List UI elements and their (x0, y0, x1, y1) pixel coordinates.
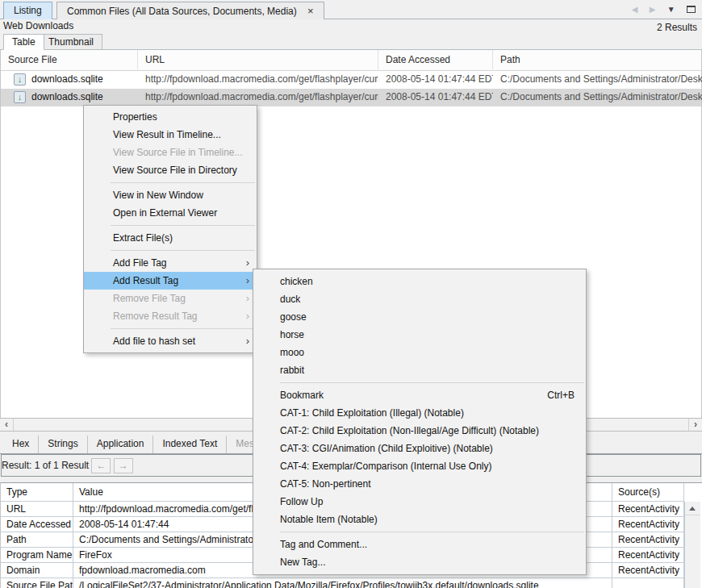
cell-url: http://fpdownload.macromedia.com/get/fla… (138, 71, 378, 89)
submenu-item-cat4[interactable]: CAT-4: Exemplar/Comparison (Internal Use… (253, 457, 586, 475)
submenu-item-chicken[interactable]: chicken (253, 273, 586, 290)
column-header-sources[interactable]: Source(s) (612, 483, 684, 502)
next-result-button[interactable]: → (114, 458, 133, 473)
result-total: 1 (53, 460, 59, 471)
arrow-right-icon: → (119, 460, 128, 471)
menu-separator (111, 328, 255, 329)
submenu-item-tag-and-comment[interactable]: Tag and Comment... (253, 536, 586, 553)
tab-strings[interactable]: Strings (39, 436, 87, 453)
cell-source: RecentActivity (612, 563, 684, 578)
menu-separator (280, 532, 584, 532)
scroll-right-icon[interactable]: › (688, 419, 702, 431)
submenu-item-mooo[interactable]: mooo (253, 344, 586, 361)
tab-table[interactable]: Table (3, 34, 44, 50)
tab-common-files-label: Common Files (All Data Sources, Document… (67, 6, 297, 17)
cell-source: RecentActivity (612, 502, 684, 517)
cell-source-file: downloads.sqlite (1, 89, 138, 106)
tab-listing-label: Listing (14, 5, 42, 16)
submenu-arrow-icon: › (246, 290, 249, 307)
menu-separator (280, 382, 584, 383)
breadcrumb: Web Downloads (3, 20, 73, 31)
submenu-arrow-icon: › (246, 332, 249, 350)
menu-item-view-source-file-in-directory[interactable]: View Source File in Directory (84, 161, 257, 179)
cell-type: Path (1, 532, 73, 548)
menu-item-add-file-tag[interactable]: Add File Tag› (84, 254, 257, 272)
restore-window-icon[interactable] (687, 6, 696, 13)
shortcut-label: Ctrl+B (547, 386, 575, 404)
tag-submenu: chicken duck goose horse mooo rabbit Boo… (253, 269, 587, 575)
submenu-arrow-icon: › (246, 307, 249, 325)
menu-item-open-in-external-viewer[interactable]: Open in External Viewer (84, 204, 257, 222)
submenu-item-duck[interactable]: duck (253, 290, 586, 308)
close-icon[interactable]: × (307, 5, 314, 17)
tab-hex[interactable]: Hex (3, 436, 39, 453)
submenu-item-horse[interactable]: horse (253, 326, 586, 344)
nav-forward-icon[interactable]: ▶ (650, 5, 656, 14)
column-header-url[interactable]: URL (138, 50, 378, 71)
scroll-up-icon[interactable] (685, 502, 700, 515)
menu-item-label: Bookmark (280, 390, 324, 401)
menu-item-label: Remove File Tag (113, 293, 186, 304)
cell-type: URL (1, 502, 73, 517)
submenu-arrow-icon: › (246, 272, 249, 290)
table-row[interactable]: ↓ downloads.sqlite http://fpdownload.mac… (1, 71, 701, 89)
tab-thumbnail-label: Thumbnail (48, 36, 94, 48)
submenu-item-goose[interactable]: goose (253, 308, 586, 326)
cell-type: Program Name (1, 548, 73, 563)
cell-value: /LogicalFileSet2/37-Administrator/Applic… (73, 578, 612, 588)
scroll-left-icon[interactable]: ‹ (0, 419, 14, 431)
menu-item-add-file-to-hash-set[interactable]: Add file to hash set› (84, 332, 257, 350)
vertical-scrollbar[interactable] (684, 502, 700, 588)
cell-path: C:/Documents and Settings/Administrator/… (493, 71, 702, 89)
menu-separator (111, 225, 255, 226)
tab-indexed-text[interactable]: Indexed Text (153, 436, 227, 453)
submenu-item-rabbit[interactable]: rabbit (253, 361, 586, 379)
tab-thumbnail[interactable]: Thumbnail (40, 34, 102, 50)
prev-result-button[interactable]: ← (91, 458, 111, 473)
window-controls: ◀ ▶ ▼ (623, 3, 696, 15)
submenu-item-cat3[interactable]: CAT-3: CGI/Animation (Child Exploitive) … (253, 440, 586, 457)
arrow-left-icon: ← (96, 460, 106, 471)
menu-item-view-in-new-window[interactable]: View in New Window (84, 186, 257, 204)
column-header-date-accessed[interactable]: Date Accessed (378, 50, 493, 71)
context-menu: Properties View Result in Timeline... Vi… (83, 105, 257, 353)
submenu-item-bookmark[interactable]: BookmarkCtrl+B (253, 386, 586, 404)
cell-type: Date Accessed (1, 517, 73, 532)
cell-path: C:/Documents and Settings/Administrator/… (493, 89, 702, 106)
submenu-item-follow-up[interactable]: Follow Up (253, 493, 586, 511)
column-header-source-file[interactable]: Source File (1, 50, 138, 71)
result-count: 2 Results (657, 22, 697, 33)
submenu-item-cat2[interactable]: CAT-2: Child Exploitation (Non-Illegal/A… (253, 422, 586, 440)
column-header-path[interactable]: Path (493, 50, 702, 71)
cell-date-accessed: 2008-05-14 01:47:44 EDT (378, 89, 493, 106)
submenu-item-new-tag[interactable]: New Tag... (253, 553, 586, 571)
tab-common-files[interactable]: Common Files (All Data Sources, Document… (56, 2, 324, 19)
submenu-item-cat1[interactable]: CAT-1: Child Exploitation (Illegal) (Not… (253, 404, 586, 422)
submenu-item-notable-item[interactable]: Notable Item (Notable) (253, 511, 586, 528)
cell-type: Source File Path (1, 578, 73, 588)
results-table-header: Source File URL Date Accessed Path (1, 50, 701, 71)
menu-item-label: Remove Result Tag (113, 311, 198, 322)
window-tab-bar: Listing Common Files (All Data Sources, … (0, 0, 702, 19)
submenu-item-cat5[interactable]: CAT-5: Non-pertinent (253, 475, 586, 493)
menu-item-view-result-in-timeline[interactable]: View Result in Timeline... (84, 126, 257, 144)
cell-date-accessed: 2008-05-14 01:47:44 EDT (378, 71, 493, 89)
breadcrumb-row: Web Downloads 2 Results (0, 20, 702, 33)
cell-source: RecentActivity (612, 532, 684, 548)
tab-listing[interactable]: Listing (3, 2, 52, 19)
menu-item-extract-files[interactable]: Extract File(s) (84, 229, 257, 247)
cell-source: RecentActivity (612, 517, 684, 532)
tab-application[interactable]: Application (88, 436, 154, 453)
column-header-type[interactable]: Type (1, 483, 73, 502)
table-row-selected[interactable]: ↓ downloads.sqlite http://fpdownload.mac… (1, 89, 701, 106)
cell-type: Domain (1, 563, 73, 578)
nav-back-icon[interactable]: ◀ (632, 5, 638, 14)
menu-item-label: Add Result Tag (113, 275, 178, 286)
result-of-label: of (43, 460, 51, 471)
menu-item-add-result-tag[interactable]: Add Result Tag› (84, 272, 257, 290)
menu-item-properties[interactable]: Properties (84, 108, 257, 126)
chevron-down-icon[interactable]: ▼ (667, 5, 675, 14)
cell-url: http://fpdownload.macromedia.com/get/fla… (138, 89, 378, 106)
menu-separator (111, 182, 255, 183)
result-current: 1 (35, 460, 40, 471)
